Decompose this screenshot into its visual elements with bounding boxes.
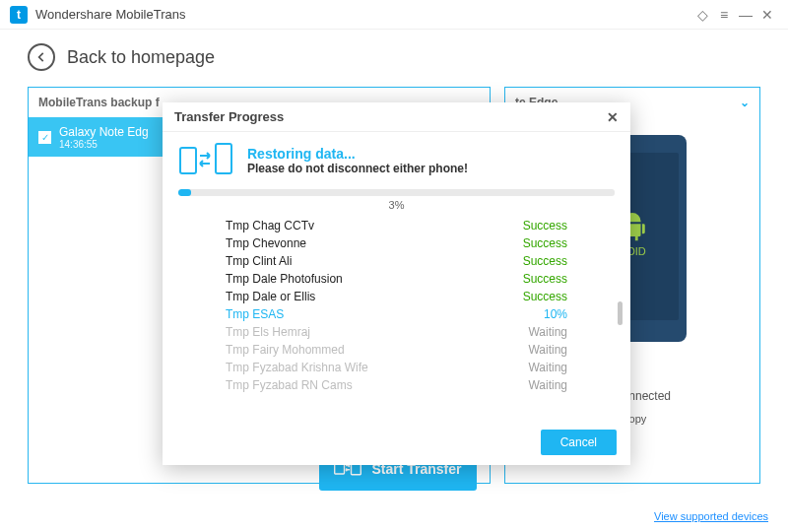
transfer-row-name: Tmp Dale Photofusion [226,272,343,286]
transfer-row-name: Tmp Fyzabad Krishna Wife [226,361,368,374]
app-logo-icon: t [10,6,28,24]
progress-bar-area: 3% [163,185,630,211]
menu-icon[interactable]: ≡ [713,7,735,23]
transfer-row-name: Tmp ESAS [226,307,284,321]
title-bar: t Wondershare MobileTrans ◇ ≡ — ✕ [0,0,788,30]
backup-item-name: Galaxy Note Edg [59,125,149,139]
transfer-row-name: Tmp Chevonne [226,236,306,250]
cancel-button[interactable]: Cancel [541,430,617,455]
dialog-header: Transfer Progress ✕ [163,102,630,132]
app-title: Wondershare MobileTrans [35,7,185,22]
transfer-row: Tmp Clint AliSuccess [170,252,623,270]
feedback-icon[interactable]: ◇ [691,7,713,23]
transfer-row: Tmp Fyzabad Krishna WifeWaiting [170,359,623,376]
close-window-icon[interactable]: ✕ [756,7,778,23]
transfer-row-status: Waiting [528,378,567,392]
back-button[interactable] [28,43,55,71]
scrollbar-thumb[interactable] [618,301,623,325]
progress-percent: 3% [178,199,615,211]
transfer-row: Tmp Fyzabad RN CamsWaiting [170,376,623,394]
arrow-left-icon [34,50,48,64]
transfer-row: Tmp ChevonneSuccess [170,234,623,252]
transfer-row-status: 10% [544,307,567,321]
close-icon[interactable]: ✕ [607,109,619,125]
progress-bar [178,189,615,196]
dialog-summary: Restoring data... Please do not disconne… [163,132,630,185]
transfer-row-name: Tmp Fairy Mohommed [226,343,345,357]
transfer-row: Tmp Dale or EllisSuccess [170,288,623,305]
back-row: Back to homepage [0,30,788,87]
checkbox-checked-icon[interactable]: ✓ [38,131,51,144]
transfer-row-name: Tmp Fyzabad RN Cams [226,378,353,392]
dialog-heading: Restoring data... [247,146,468,162]
minimize-icon[interactable]: — [735,7,756,23]
transfer-row: Tmp Els HemrajWaiting [170,323,623,341]
transfer-row-name: Tmp Dale or Ellis [226,290,315,303]
back-label: Back to homepage [67,47,215,68]
transfer-row-status: Waiting [528,343,567,357]
phone-transfer-icon [178,142,233,179]
transfer-row-status: Waiting [528,325,567,339]
footer-link-row: View supported devices [654,510,768,522]
transfer-row-status: Success [523,272,567,286]
transfer-row-name: Tmp Els Hemraj [226,325,310,339]
chevron-down-icon[interactable]: ⌄ [740,96,750,109]
dialog-footer: Cancel [541,430,617,455]
transfer-row-name: Tmp Chag CCTv [226,219,314,233]
transfer-row-name: Tmp Clint Ali [226,254,292,268]
dialog-title: Transfer Progress [174,109,284,124]
transfer-row-status: Success [523,254,567,268]
supported-devices-link[interactable]: View supported devices [654,510,768,522]
progress-bar-fill [178,189,191,196]
transfer-row-status: Success [523,236,567,250]
transfer-row-status: Success [523,290,567,303]
transfer-row-status: Success [523,219,567,233]
transfer-row: Tmp ESAS10% [170,305,623,323]
transfer-row: Tmp Dale PhotofusionSuccess [170,270,623,288]
transfer-progress-dialog: Transfer Progress ✕ Restoring data... Pl… [163,102,630,465]
transfer-row-status: Waiting [528,361,567,374]
backup-item-time: 14:36:55 [59,139,149,150]
transfer-row: Tmp Chag CCTvSuccess [170,217,623,234]
transfer-item-list: Tmp Chag CCTvSuccessTmp ChevonneSuccessT… [170,217,623,406]
dialog-subheading: Please do not disconnect either phone! [247,162,468,175]
svg-rect-2 [180,148,196,173]
svg-rect-3 [216,144,231,173]
transfer-row: Tmp Fairy MohommedWaiting [170,341,623,359]
